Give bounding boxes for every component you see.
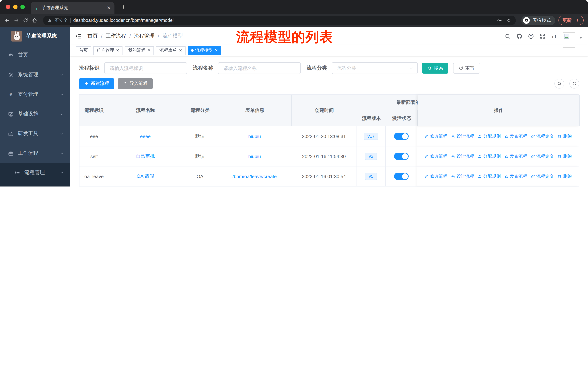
action-delete-link[interactable]: 删除 [557,153,572,159]
action-modify-link[interactable]: 修改流程 [424,133,447,139]
close-icon[interactable]: ✕ [215,48,218,53]
import-process-button[interactable]: 导入流程 [118,78,153,89]
app-logo[interactable]: 芋道管理系统 [0,27,70,45]
incognito-icon [523,17,530,24]
column-header: 表单信息 [218,95,292,126]
sidebar-item-devtools[interactable]: 研发工具 [0,124,70,143]
action-design-link[interactable]: 设计流程 [451,153,474,159]
fullscreen-icon[interactable] [539,33,546,39]
active-toggle[interactable] [394,153,409,160]
design-icon [451,174,455,179]
dashboard-icon [8,52,13,58]
tag-首页[interactable]: 首页 [76,46,91,55]
github-icon[interactable] [516,33,522,39]
category-select-placeholder: 流程分类 [337,65,356,71]
active-toggle[interactable] [394,173,409,180]
sidebar: 芋道管理系统 首页系统管理¥支付管理基础设施研发工具工作流程流程管理流程表单用户… [0,27,70,186]
tab-close-icon[interactable]: ✕ [107,5,111,10]
delete-icon [557,174,562,179]
delete-icon [557,134,562,138]
tag-我的流程[interactable]: 我的流程✕ [125,46,154,55]
action-assign-link[interactable]: 分配规则 [478,133,501,139]
chevron-down-icon [60,112,64,116]
process-key-input[interactable] [104,62,187,74]
back-icon[interactable] [4,18,10,23]
action-assign-link[interactable]: 分配规则 [478,173,501,179]
key-icon[interactable] [497,18,502,23]
breadcrumb-item[interactable]: 流程管理 [134,33,155,39]
refresh-table-button[interactable] [569,79,579,89]
chevron-down-icon [60,73,64,77]
forward-icon[interactable] [13,18,19,23]
star-icon[interactable] [506,18,511,23]
toggle-search-button[interactable] [555,79,564,89]
assign-icon [478,134,482,138]
process-name-input[interactable] [218,62,301,74]
reset-button[interactable]: 重置 [453,63,480,74]
update-button[interactable]: 更新 ⋮ [558,16,584,25]
sidebar-item-payment[interactable]: ¥支付管理 [0,84,70,104]
action-definition-link[interactable]: 流程定义 [531,173,554,179]
sidebar-item-process-form[interactable]: 流程表单 [0,182,70,186]
close-window-button[interactable] [6,5,10,9]
action-publish-link[interactable]: 发布流程 [504,153,527,159]
maximize-window-button[interactable] [21,5,25,9]
category-select[interactable]: 流程分类 [332,62,418,74]
sidebar-item-home[interactable]: 首页 [0,45,70,65]
hamburger-icon[interactable] [75,33,82,40]
tag-租户管理[interactable]: 租户管理✕ [93,46,123,55]
action-publish-link[interactable]: 发布流程 [504,133,527,139]
breadcrumb-item[interactable]: 首页 [87,33,98,39]
action-modify-link[interactable]: 修改流程 [424,173,447,179]
breadcrumb-separator: / [101,33,102,39]
action-publish-link[interactable]: 发布流程 [504,173,527,179]
form-info-link[interactable]: /bpm/oa/leave/create [232,173,277,179]
breadcrumb-item[interactable]: 工作流程 [106,33,126,39]
reload-icon[interactable] [23,18,28,23]
form-info-link[interactable]: biubiu [248,133,261,139]
tag-label: 租户管理 [97,47,114,53]
close-icon[interactable]: ✕ [116,48,119,53]
model-name-link[interactable]: eeee [140,133,151,139]
close-icon[interactable]: ✕ [179,48,182,53]
gear-icon [8,72,13,77]
sidebar-item-system[interactable]: 系统管理 [0,65,70,84]
avatar[interactable] [563,32,575,48]
menu-dots-icon[interactable]: ⋮ [575,18,580,23]
action-modify-link[interactable]: 修改流程 [424,153,447,159]
close-icon[interactable]: ✕ [147,48,151,53]
form-info-link[interactable]: biubiu [248,153,261,159]
tag-流程表单[interactable]: 流程表单✕ [156,46,185,55]
action-delete-link[interactable]: 删除 [557,173,572,179]
plus-icon [84,81,89,86]
address-bar[interactable]: 不安全 dashboard.yudao.iocoder.cn/bpm/manag… [43,16,516,25]
model-name-link[interactable]: 自己审批 [136,153,155,160]
action-definition-link[interactable]: 流程定义 [531,153,554,159]
assign-icon [478,174,482,179]
action-definition-link[interactable]: 流程定义 [531,133,554,139]
active-toggle[interactable] [394,133,409,140]
create-process-button[interactable]: 新建流程 [79,78,114,89]
new-tab-button[interactable]: ＋ [120,2,126,11]
action-design-link[interactable]: 设计流程 [451,173,474,179]
tag-流程模型[interactable]: 流程模型✕ [188,46,221,55]
home-icon[interactable] [32,18,38,23]
caret-down-icon[interactable] [578,36,583,40]
cell-process-name: 自己审批 [109,146,182,166]
model-name-link[interactable]: OA 请假 [137,173,154,180]
browser-tab[interactable]: 芋道管理系统 ✕ [31,2,115,14]
sidebar-item-process-manage[interactable]: 流程管理 [0,163,70,182]
fontsize-icon[interactable]: TT [551,33,557,39]
incognito-badge[interactable]: 无痕模式 [521,16,555,25]
search-icon[interactable] [504,33,511,39]
sidebar-item-infra[interactable]: 基础设施 [0,104,70,124]
help-icon[interactable]: ? [528,33,534,39]
action-design-link[interactable]: 设计流程 [451,133,474,139]
action-assign-link[interactable]: 分配规则 [478,153,501,159]
minimize-window-button[interactable] [13,5,18,9]
sidebar-item-workflow[interactable]: 工作流程 [0,143,70,163]
search-button[interactable]: 搜索 [422,63,448,74]
action-delete-link[interactable]: 删除 [557,133,572,139]
table-row: oa_leaveOA 请假OA/bpm/oa/leave/create2022-… [79,166,579,186]
tags-bar: 首页租户管理✕我的流程✕流程表单✕流程模型✕ [70,45,588,56]
